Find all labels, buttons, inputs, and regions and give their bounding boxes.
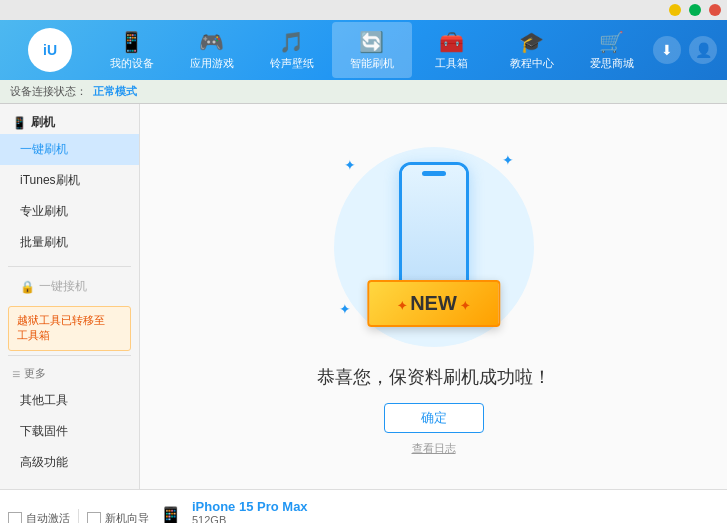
sidebar-item-one-key-flash[interactable]: 一键刷机 — [0, 134, 139, 165]
nav-tab-tutorial-label: 教程中心 — [510, 56, 554, 71]
sidebar-item-other-tools-label: 其他工具 — [20, 393, 68, 407]
nav-tab-toolbox-label: 工具箱 — [435, 56, 468, 71]
my-device-icon: 📱 — [119, 30, 144, 54]
sidebar-warning-text: 越狱工具已转移至工具箱 — [17, 314, 105, 341]
guide-checkbox[interactable] — [87, 512, 101, 524]
nav-tab-smart-flash[interactable]: 🔄 智能刷机 — [332, 22, 412, 78]
lock-icon: 🔒 — [20, 280, 35, 294]
logo-text: iU — [43, 42, 57, 58]
sparkle-1: ✦ — [344, 157, 356, 173]
ringtone-icon: 🎵 — [279, 30, 304, 54]
success-message: 恭喜您，保资料刷机成功啦！ — [317, 365, 551, 389]
flash-category-icon: 📱 — [12, 116, 27, 130]
sidebar-more-label: ≡ 更多 — [0, 360, 139, 385]
logo: iU — [10, 25, 90, 75]
nav-tab-apps-games-label: 应用游戏 — [190, 56, 234, 71]
store-icon: 🛒 — [599, 30, 624, 54]
guide-label: 新机向导 — [105, 511, 149, 523]
star-left: ✦ — [397, 299, 410, 313]
sidebar-item-itunes-flash-label: iTunes刷机 — [20, 173, 80, 187]
nav-tab-ringtone-label: 铃声壁纸 — [270, 56, 314, 71]
sidebar-section-flash: 📱 刷机 一键刷机 iTunes刷机 专业刷机 批量刷机 — [0, 104, 139, 262]
new-badge: ✦ NEW ✦ — [367, 280, 500, 327]
phone-screen — [402, 165, 466, 299]
new-badge-text: NEW — [410, 292, 457, 314]
sidebar-category-flash: 📱 刷机 — [0, 108, 139, 134]
sidebar-item-disabled-label: 一键接机 — [39, 278, 87, 295]
device-status-label: 设备连接状态： — [10, 84, 87, 99]
sidebar-item-download-firmware[interactable]: 下载固件 — [0, 416, 139, 447]
sidebar-divider-2 — [8, 355, 131, 356]
star-right: ✦ — [457, 299, 470, 313]
title-bar — [0, 0, 727, 20]
content-area: ✦ ✦ ✦ ✦ NEW ✦ 恭喜您，保资料刷机成功啦！ 确定 查看日志 — [140, 104, 727, 489]
sidebar-item-advanced-label: 高级功能 — [20, 455, 68, 469]
sparkle-3: ✦ — [339, 301, 351, 317]
sparkle-2: ✦ — [502, 152, 514, 168]
nav-tab-store[interactable]: 🛒 爱思商城 — [572, 22, 652, 78]
sidebar-divider-1 — [8, 266, 131, 267]
nav-tab-apps-games[interactable]: 🎮 应用游戏 — [172, 22, 252, 78]
sidebar: 📱 刷机 一键刷机 iTunes刷机 专业刷机 批量刷机 🔒 一键接机 越狱工具… — [0, 104, 140, 489]
sidebar-more-text: 更多 — [24, 366, 46, 381]
profile-button[interactable]: 👤 — [689, 36, 717, 64]
sidebar-item-itunes-flash[interactable]: iTunes刷机 — [0, 165, 139, 196]
maximize-button[interactable] — [689, 4, 701, 16]
sidebar-warning-box: 越狱工具已转移至工具箱 — [8, 306, 131, 351]
nav-tab-store-label: 爱思商城 — [590, 56, 634, 71]
nav-tab-my-device[interactable]: 📱 我的设备 — [92, 22, 172, 78]
success-illustration: ✦ ✦ ✦ ✦ NEW ✦ — [324, 137, 544, 357]
phone-notch — [422, 171, 446, 176]
auto-connect-label: 自动激活 — [26, 511, 70, 523]
nav-tab-my-device-label: 我的设备 — [110, 56, 154, 71]
minimize-button[interactable] — [669, 4, 681, 16]
main-area: 📱 刷机 一键刷机 iTunes刷机 专业刷机 批量刷机 🔒 一键接机 越狱工具… — [0, 104, 727, 489]
sidebar-item-download-firmware-label: 下载固件 — [20, 424, 68, 438]
sidebar-category-flash-label: 刷机 — [31, 114, 55, 131]
download-button[interactable]: ⬇ — [653, 36, 681, 64]
nav-tab-ringtone[interactable]: 🎵 铃声壁纸 — [252, 22, 332, 78]
device-checkbox[interactable] — [8, 512, 22, 524]
nav-tabs: 📱 我的设备 🎮 应用游戏 🎵 铃声壁纸 🔄 智能刷机 🧰 工具箱 🎓 教程中心… — [90, 22, 653, 78]
nav-tab-smart-flash-label: 智能刷机 — [350, 56, 394, 71]
nav-tab-toolbox[interactable]: 🧰 工具箱 — [412, 22, 492, 78]
toolbox-icon: 🧰 — [439, 30, 464, 54]
sidebar-item-other-tools[interactable]: 其他工具 — [0, 385, 139, 416]
sidebar-item-pro-flash-label: 专业刷机 — [20, 204, 68, 218]
logo-circle: iU — [28, 28, 72, 72]
nav-tab-tutorial[interactable]: 🎓 教程中心 — [492, 22, 572, 78]
sidebar-item-one-key-flash-label: 一键刷机 — [20, 142, 68, 156]
view-log-link[interactable]: 查看日志 — [412, 441, 456, 456]
sidebar-item-pro-flash[interactable]: 专业刷机 — [0, 196, 139, 227]
sidebar-item-batch-flash[interactable]: 批量刷机 — [0, 227, 139, 258]
device-storage: 512GB — [192, 514, 308, 523]
sidebar-item-batch-flash-label: 批量刷机 — [20, 235, 68, 249]
apps-games-icon: 🎮 — [199, 30, 224, 54]
device-info-section: 📱 iPhone 15 Pro Max 512GB iPhone — [157, 499, 719, 523]
device-icon: 📱 — [157, 506, 184, 524]
smart-flash-icon: 🔄 — [359, 30, 384, 54]
header: iU 📱 我的设备 🎮 应用游戏 🎵 铃声壁纸 🔄 智能刷机 🧰 工具箱 🎓 教… — [0, 20, 727, 80]
device-info: iPhone 15 Pro Max 512GB iPhone — [192, 499, 308, 523]
tutorial-icon: 🎓 — [519, 30, 544, 54]
device-bar: 自动激活 新机向导 📱 iPhone 15 Pro Max 512GB iPho… — [0, 489, 727, 523]
header-right: ⬇ 👤 — [653, 36, 717, 64]
divider — [78, 509, 79, 524]
sidebar-item-advanced[interactable]: 高级功能 — [0, 447, 139, 478]
device-status-value: 正常模式 — [93, 84, 137, 99]
sidebar-item-disabled: 🔒 一键接机 — [0, 271, 139, 302]
device-name: iPhone 15 Pro Max — [192, 499, 308, 514]
device-status-bar: 设备连接状态： 正常模式 — [0, 80, 727, 104]
more-icon: ≡ — [12, 366, 20, 382]
close-button[interactable] — [709, 4, 721, 16]
confirm-button[interactable]: 确定 — [384, 403, 484, 433]
